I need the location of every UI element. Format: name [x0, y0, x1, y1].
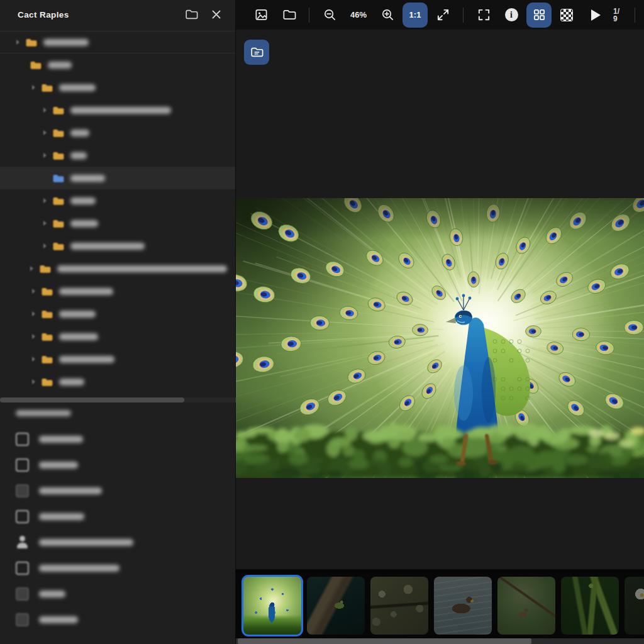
- thumbnail-scrollbar[interactable]: [236, 638, 644, 644]
- zoom-out-button[interactable]: [317, 3, 342, 28]
- thumbnail[interactable]: [625, 577, 644, 635]
- folder-icon: [41, 309, 53, 319]
- tree-item-label: [59, 84, 96, 91]
- tree-item[interactable]: [0, 348, 235, 370]
- quick-access-item[interactable]: [0, 555, 235, 581]
- tree-item[interactable]: [0, 53, 235, 76]
- quick-access-label: [39, 591, 65, 597]
- tree-item-label: [43, 39, 89, 46]
- thumbnail[interactable]: [561, 577, 619, 635]
- grid-view-button[interactable]: [526, 3, 552, 28]
- chevron-right-icon: [43, 221, 47, 226]
- folder-icon: [52, 106, 64, 115]
- tree-item[interactable]: [0, 370, 235, 393]
- thumbnail[interactable]: [497, 577, 555, 635]
- tree-item-label: [57, 265, 227, 272]
- viewer-panel: 46% 1:1: [236, 0, 644, 644]
- place-icon: [16, 484, 29, 497]
- play-icon: [591, 9, 601, 21]
- quick-access-header: [16, 410, 71, 416]
- close-panel-button[interactable]: [209, 7, 224, 22]
- toolbar: 46% 1:1: [236, 0, 644, 30]
- tree-item[interactable]: [0, 99, 235, 121]
- transparency-checkerboard-button[interactable]: [554, 3, 579, 28]
- quick-access-item[interactable]: [0, 581, 235, 607]
- tree-item[interactable]: [0, 144, 235, 167]
- folder-icon: [52, 196, 64, 206]
- chevron-right-icon: [43, 108, 47, 113]
- tree-item[interactable]: [0, 76, 235, 99]
- fullscreen-button[interactable]: [471, 3, 496, 28]
- tree-item-label: [59, 379, 84, 386]
- image-viewport: [236, 30, 644, 569]
- folder-icon: [52, 151, 64, 160]
- quick-access-item[interactable]: [0, 452, 235, 478]
- info-button[interactable]: [499, 3, 524, 28]
- tree-item[interactable]: [0, 189, 235, 212]
- folder-view-button[interactable]: [276, 3, 301, 28]
- tree-item[interactable]: [0, 212, 235, 235]
- actual-size-button[interactable]: 1:1: [402, 3, 428, 28]
- chevron-right-icon: [32, 289, 35, 294]
- tree-item[interactable]: [0, 31, 235, 53]
- folder-icon: [52, 219, 64, 228]
- main-image-peacock[interactable]: [236, 198, 644, 478]
- folder-icon: [41, 287, 53, 296]
- slideshow-play-button[interactable]: [582, 3, 607, 28]
- tree-item-label: [70, 243, 145, 250]
- tree-item-label: [48, 62, 72, 69]
- chevron-right-icon: [32, 357, 35, 362]
- quick-access-item[interactable]: [0, 607, 235, 633]
- place-icon: [16, 562, 29, 575]
- panel-header: Cact Raples: [0, 0, 235, 29]
- scrollbar-thumb[interactable]: [238, 638, 531, 644]
- quick-access-label: [39, 436, 83, 443]
- folder-icon: [41, 355, 53, 364]
- thumbnail[interactable]: [243, 577, 301, 635]
- folder-icon: [41, 332, 53, 341]
- thumbnail[interactable]: [307, 577, 365, 635]
- thumbnail[interactable]: [370, 577, 428, 635]
- counter-current: 1/: [613, 8, 627, 15]
- open-folder-button[interactable]: [184, 7, 199, 22]
- chevron-right-icon: [16, 40, 19, 45]
- panel-title: Cact Raples: [18, 10, 174, 19]
- tree-item-label: [70, 107, 171, 114]
- place-icon: [16, 510, 29, 523]
- tree-item[interactable]: [0, 235, 235, 257]
- folder-icon: [41, 83, 53, 92]
- folder-icon: [30, 60, 42, 70]
- folder-icon: [25, 38, 37, 47]
- image-view-button[interactable]: [248, 3, 274, 28]
- tree-item-label: [70, 175, 105, 182]
- tree-horizontal-scrollbar[interactable]: [0, 397, 236, 402]
- info-icon: [505, 8, 518, 21]
- place-icon: [16, 613, 29, 626]
- tree-item[interactable]: [0, 167, 235, 189]
- quick-access-item[interactable]: [0, 426, 235, 452]
- scrollbar-thumb[interactable]: [0, 397, 184, 402]
- tree-item[interactable]: [0, 257, 235, 280]
- tree-item[interactable]: [0, 121, 235, 144]
- show-folder-tree-button[interactable]: [244, 40, 269, 65]
- quick-access-item[interactable]: [0, 478, 235, 504]
- quick-access-item[interactable]: [0, 530, 235, 555]
- tree-item[interactable]: [0, 280, 235, 303]
- quick-access-label: [39, 513, 84, 520]
- quick-access-item[interactable]: [0, 504, 235, 530]
- tree-item[interactable]: [0, 325, 235, 348]
- zoom-in-button[interactable]: [375, 3, 400, 28]
- tree-item-label: [70, 130, 89, 136]
- image-viewer-window: Cact Raples: [0, 0, 644, 644]
- zoom-level: 46%: [345, 10, 372, 19]
- tree-item-label: [70, 152, 87, 159]
- fit-window-button[interactable]: [430, 3, 455, 28]
- checkerboard-icon: [560, 9, 573, 21]
- toolbar-separator: [463, 8, 464, 23]
- thumbnail[interactable]: [434, 577, 492, 635]
- tree-item[interactable]: [0, 303, 235, 325]
- place-icon: [16, 433, 29, 446]
- chevron-right-icon: [43, 130, 47, 135]
- quick-access-label: [39, 487, 102, 494]
- actual-size-label: 1:1: [409, 10, 421, 19]
